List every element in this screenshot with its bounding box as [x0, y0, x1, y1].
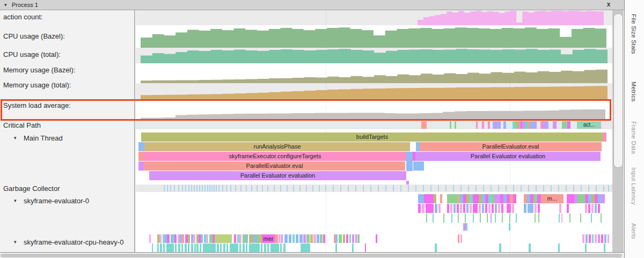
trace-slice-skyframe-evaluator-cpu-heavy-0[interactable]: [343, 234, 345, 243]
counter-chart-memory-usage-total[interactable]: [141, 83, 608, 100]
trace-slice-skyframe-evaluator-cpu-heavy-0[interactable]: [206, 234, 208, 243]
trace-slice-skyframe-evaluator-0[interactable]: [426, 213, 427, 223]
trace-slice-skyframe-evaluator-cpu-heavy-0[interactable]: [306, 234, 310, 243]
gc-event-tick[interactable]: [513, 185, 514, 191]
trace-slice-skyframe-evaluator-cpu-heavy-0[interactable]: [280, 244, 282, 252]
trace-slice-skyframe-evaluator-cpu-heavy-0[interactable]: [246, 234, 248, 243]
trace-slice-skyframe-evaluator-cpu-heavy-0[interactable]: [289, 234, 291, 243]
trace-slice-skyframe-evaluator-0[interactable]: [487, 213, 488, 223]
trace-slice-skyframe-evaluator-cpu-heavy-0[interactable]: [203, 244, 216, 252]
gc-event-tick[interactable]: [445, 185, 447, 191]
trace-slice-skyframe-evaluator-cpu-heavy-0[interactable]: [301, 244, 310, 252]
gc-event-tick[interactable]: [603, 185, 604, 191]
trace-slice-skyframe-evaluator-cpu-heavy-0[interactable]: [529, 244, 531, 252]
gc-event-tick[interactable]: [174, 185, 175, 191]
trace-slice-skyframe-evaluator-cpu-heavy-0[interactable]: [181, 234, 184, 243]
trace-slice-main-thread[interactable]: Parallel Evaluator evaluation: [149, 171, 406, 180]
gc-event-tick[interactable]: [588, 185, 589, 191]
gc-event-tick[interactable]: [222, 185, 223, 191]
trace-slice-skyframe-evaluator-cpu-heavy-0[interactable]: [264, 244, 266, 252]
trace-slice-skyframe-evaluator-0[interactable]: [488, 204, 491, 213]
gc-event-tick[interactable]: [211, 185, 213, 191]
trace-slice-skyframe-evaluator-0[interactable]: [537, 194, 541, 203]
critical-path-slice[interactable]: [547, 121, 548, 129]
gc-event-tick[interactable]: [218, 185, 219, 191]
critical-path-slice[interactable]: [503, 121, 506, 129]
gc-event-tick[interactable]: [506, 185, 507, 191]
trace-slice-skyframe-evaluator-cpu-heavy-0[interactable]: [270, 244, 279, 252]
trace-slice-skyframe-evaluator-cpu-heavy-0[interactable]: [279, 234, 281, 243]
gc-event-tick[interactable]: [167, 185, 168, 191]
tab-file-size-stats[interactable]: File Size Stats: [631, 14, 637, 54]
trace-slice-skyframe-evaluator-cpu-heavy-0[interactable]: [589, 234, 591, 243]
gc-event-tick[interactable]: [230, 185, 231, 191]
gc-event-tick[interactable]: [280, 185, 281, 191]
vertical-scrollbar-thumb[interactable]: [613, 13, 623, 168]
trace-slice-skyframe-evaluator-cpu-heavy-0[interactable]: [200, 244, 201, 252]
trace-slice-skyframe-evaluator-0[interactable]: [494, 194, 500, 203]
gc-event-tick[interactable]: [566, 185, 567, 191]
gc-event-tick[interactable]: [475, 185, 477, 191]
trace-slice-skyframe-evaluator-cpu-heavy-0[interactable]: [317, 234, 319, 243]
trace-slice-skyframe-evaluator-0[interactable]: [509, 213, 510, 223]
trace-slice-skyframe-evaluator-0[interactable]: [447, 194, 457, 203]
trace-slice-skyframe-evaluator-cpu-heavy-0[interactable]: [352, 234, 354, 243]
trace-slice-skyframe-evaluator-0[interactable]: [473, 213, 474, 223]
gc-event-tick[interactable]: [257, 185, 258, 191]
trace-slice-skyframe-evaluator-0[interactable]: [460, 204, 462, 213]
trace-slice-skyframe-evaluator-0[interactable]: [535, 204, 537, 213]
trace-slice-skyframe-evaluator-0[interactable]: [463, 204, 465, 213]
trace-slice-main-thread[interactable]: [413, 161, 424, 171]
trace-slice-skyframe-evaluator-0[interactable]: [491, 213, 492, 223]
trace-slice-skyframe-evaluator-0[interactable]: [424, 194, 434, 203]
trace-slice-skyframe-evaluator-0[interactable]: [516, 213, 517, 223]
counter-chart-system-load-average[interactable]: [141, 100, 605, 121]
trace-slice-skyframe-evaluator-cpu-heavy-0[interactable]: [292, 234, 295, 243]
trace-slice-skyframe-evaluator-cpu-heavy-0[interactable]: [582, 234, 584, 243]
trace-slice-main-thread[interactable]: [138, 161, 144, 171]
trace-slice-skyframe-evaluator-0[interactable]: [569, 213, 570, 223]
trace-slice-skyframe-evaluator-0[interactable]: [502, 213, 503, 223]
trace-slice-skyframe-evaluator-cpu-heavy-0[interactable]: [194, 244, 196, 252]
trace-slice-skyframe-evaluator-cpu-heavy-0[interactable]: [167, 234, 170, 243]
trace-slice-skyframe-evaluator-cpu-heavy-0[interactable]: [163, 244, 165, 252]
trace-slice-skyframe-evaluator-0[interactable]: [561, 213, 562, 223]
trace-slice-skyframe-evaluator-cpu-heavy-0[interactable]: [604, 244, 605, 252]
trace-slice-skyframe-evaluator-0[interactable]: [538, 204, 540, 213]
gc-event-tick[interactable]: [325, 185, 326, 191]
trace-slice-skyframe-evaluator-cpu-heavy-0[interactable]: [181, 244, 183, 252]
trace-slice-skyframe-evaluator-cpu-heavy-0[interactable]: [191, 244, 193, 252]
gc-event-tick[interactable]: [319, 185, 320, 191]
gc-event-tick[interactable]: [196, 185, 197, 191]
trace-slice-main-thread[interactable]: Parallel Evaluator evaluation: [415, 152, 601, 161]
gc-event-tick[interactable]: [306, 185, 307, 191]
critical-path-slice[interactable]: [535, 121, 537, 129]
gc-event-tick[interactable]: [194, 185, 195, 191]
counter-chart-action-count[interactable]: [418, 10, 604, 25]
trace-slice-skyframe-evaluator-cpu-heavy-0[interactable]: [239, 234, 241, 243]
vertical-scrollbar[interactable]: [612, 10, 624, 252]
gc-event-tick[interactable]: [438, 185, 439, 191]
trace-slice-skyframe-evaluator-0[interactable]: [559, 204, 561, 213]
trace-slice-skyframe-evaluator-cpu-heavy-0[interactable]: [585, 244, 587, 252]
gc-event-tick[interactable]: [498, 185, 499, 191]
trace-slice-skyframe-evaluator-0[interactable]: [422, 204, 425, 213]
trace-slice-skyframe-evaluator-0[interactable]: [466, 204, 469, 213]
trace-slice-main-thread[interactable]: buildTargets: [141, 132, 603, 142]
trace-slice-skyframe-evaluator-cpu-heavy-0[interactable]: [267, 244, 269, 252]
trace-slice-skyframe-evaluator-cpu-heavy-0[interactable]: [458, 234, 459, 243]
collapse-process-icon[interactable]: ▾: [4, 1, 7, 10]
trace-slice-skyframe-evaluator-cpu-heavy-0[interactable]: [604, 234, 606, 243]
gc-event-tick[interactable]: [293, 185, 294, 191]
trace-slice-skyframe-evaluator-cpu-heavy-0[interactable]: [174, 234, 177, 243]
trace-slice-skyframe-evaluator-cpu-heavy-0[interactable]: [435, 244, 437, 252]
gc-event-tick[interactable]: [543, 185, 544, 191]
trace-slice-skyframe-evaluator-cpu-heavy-0[interactable]: [152, 244, 153, 252]
gc-event-tick[interactable]: [393, 185, 394, 191]
tab-input-latency[interactable]: Input Latency: [631, 167, 637, 205]
critical-path-slice[interactable]: [499, 121, 501, 129]
gc-event-tick[interactable]: [209, 185, 210, 191]
critical-path-slice[interactable]: [482, 121, 484, 129]
trace-slice-skyframe-evaluator-cpu-heavy-0[interactable]: [149, 234, 151, 243]
trace-slice-skyframe-evaluator-cpu-heavy-0[interactable]: [608, 234, 609, 243]
